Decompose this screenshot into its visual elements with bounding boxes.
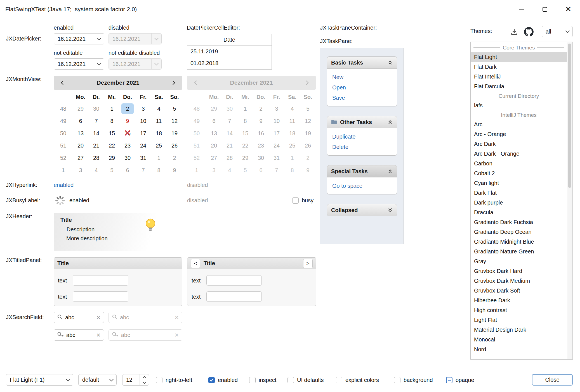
theme-item[interactable]: Flat Dark [471, 62, 567, 72]
theme-item[interactable]: Gruvbox Dark Soft [471, 286, 567, 296]
calendar-day[interactable]: 14 [88, 127, 104, 139]
theme-item[interactable]: Dracula [471, 208, 567, 217]
text-input[interactable] [206, 275, 262, 286]
task-link[interactable]: New [332, 73, 392, 81]
text-input[interactable] [206, 291, 262, 302]
theme-item[interactable]: Flat Darcula [471, 82, 567, 91]
close-window-button[interactable]: ✕ [557, 0, 580, 18]
calendar-day[interactable]: 5 [167, 103, 182, 115]
scrollbar-track[interactable] [567, 42, 572, 359]
text-input[interactable] [73, 275, 128, 286]
calendar-day[interactable]: 9 [167, 164, 182, 176]
busy-checkbox[interactable]: busy [292, 197, 313, 204]
calendar-day[interactable]: 31 [135, 152, 151, 164]
calendar-day[interactable]: 1 [151, 152, 167, 164]
taskpane-header[interactable]: Special Tasks [327, 165, 397, 177]
calendar-day[interactable]: 6 [73, 115, 88, 127]
checkbox-box[interactable] [249, 377, 256, 383]
calendar-day[interactable]: 25 [151, 139, 167, 152]
calendar-day[interactable]: 16✕ [120, 127, 135, 139]
prev-month-button[interactable] [54, 80, 71, 86]
collapse-chevrons-icon[interactable] [387, 168, 393, 174]
calendar-day[interactable]: 17 [135, 127, 151, 139]
theme-item[interactable]: Material Design Dark [471, 325, 567, 335]
theme-item[interactable]: Dark Flat [471, 188, 567, 198]
calendar-day[interactable]: 6 [120, 164, 135, 176]
task-link[interactable]: Duplicate [332, 133, 392, 141]
calendar-day[interactable]: 4 [88, 164, 104, 176]
theme-item[interactable]: Nord [471, 345, 567, 354]
checkbox-box[interactable] [394, 377, 400, 383]
calendar-day[interactable]: 3 [135, 103, 151, 115]
table-row[interactable]: 01.02.2018 [187, 57, 272, 69]
next-month-button[interactable] [165, 80, 182, 86]
search-menu-icon[interactable] [57, 332, 64, 339]
datepicker-not-editable[interactable]: 16.12.2021 [54, 58, 104, 70]
hyperlink-enabled[interactable]: enabled [54, 182, 74, 188]
calendar-day[interactable]: 23 [120, 139, 135, 152]
theme-item[interactable]: Arc [471, 120, 567, 129]
checkbox-box[interactable] [292, 197, 299, 204]
calendar-day[interactable]: 8 [104, 115, 120, 127]
theme-item[interactable]: High contrast [471, 305, 567, 315]
datepicker-dropdown-button[interactable] [94, 59, 104, 69]
datepicker-dropdown-button[interactable] [94, 34, 104, 44]
expand-chevrons-icon[interactable] [387, 207, 393, 213]
minimize-button[interactable] [510, 0, 533, 18]
task-link[interactable]: Go to space [332, 182, 392, 190]
calendar-day[interactable]: 22 [104, 139, 120, 152]
calendar-day[interactable]: 27 [73, 152, 88, 164]
calendar-day[interactable]: 30 [120, 152, 135, 164]
calendar-day[interactable]: 11 [151, 115, 167, 127]
calendar-day[interactable]: 10 [135, 115, 151, 127]
next-button[interactable]: > [303, 259, 313, 268]
calendar-day[interactable]: 4 [151, 103, 167, 115]
prev-button[interactable]: < [191, 259, 200, 268]
checkbox-inspect[interactable]: inspect [249, 376, 276, 384]
calendar-day[interactable]: 30 [88, 103, 104, 115]
checkbox-box[interactable] [336, 377, 342, 383]
theme-item[interactable]: Carbon [471, 159, 567, 168]
table-row[interactable]: 25.11.2019 [187, 46, 272, 57]
calendar-day[interactable]: 15 [104, 127, 120, 139]
theme-item[interactable]: Hiberbee Dark [471, 296, 567, 305]
calendar-day[interactable]: 26 [167, 139, 182, 152]
calendar-day[interactable]: 20 [73, 139, 88, 152]
calendar-day[interactable]: 2 [167, 152, 182, 164]
calendar-day[interactable]: 28 [88, 152, 104, 164]
search-field-with-menu[interactable]: abc ✕ [54, 329, 104, 341]
github-button[interactable] [523, 26, 535, 37]
calendar-day[interactable]: 21 [88, 139, 104, 152]
checkbox-enabled[interactable]: enabled [208, 376, 238, 384]
checkbox-UI-defaults[interactable]: UI defaults [287, 376, 324, 384]
theme-item[interactable]: Gruvbox Dark Hard [471, 266, 567, 276]
theme-item[interactable]: Arc - Orange [471, 129, 567, 139]
calendar-day[interactable]: 9 [120, 115, 135, 127]
scrollbar-thumb[interactable] [568, 44, 571, 188]
calendar-day[interactable]: 2 [120, 103, 135, 115]
maximize-button[interactable] [533, 0, 557, 18]
theme-item[interactable]: Flat IntelliJ [471, 72, 567, 82]
task-link[interactable]: Delete [332, 143, 392, 151]
text-input[interactable] [73, 291, 128, 302]
checkbox-box[interactable] [287, 377, 294, 383]
theme-item[interactable]: lafs [471, 101, 567, 110]
calendar-day[interactable]: 18 [151, 127, 167, 139]
calendar-day[interactable]: 24 [135, 139, 151, 152]
theme-item[interactable]: Gradianto Dark Fuchsia [471, 217, 567, 227]
theme-item[interactable]: Dark purple [471, 198, 567, 208]
theme-item[interactable]: Cyan light [471, 178, 567, 188]
taskpane-header[interactable]: Basic Tasks [327, 56, 397, 69]
calendar-day[interactable]: 13 [73, 127, 88, 139]
theme-item[interactable]: Gruvbox Dark Medium [471, 276, 567, 286]
search-field[interactable]: abc ✕ [54, 312, 104, 323]
theme-item[interactable]: Monocai [471, 335, 567, 345]
theme-item[interactable]: Arc Dark - Orange [471, 149, 567, 159]
download-themes-button[interactable] [509, 27, 520, 37]
checkbox-right-to-left[interactable]: right-to-left [156, 376, 192, 384]
datepicker-enabled[interactable]: 16.12.2021 [54, 33, 104, 44]
checkbox-box[interactable] [446, 377, 452, 383]
checkbox-background[interactable]: background [394, 376, 433, 384]
calendar-day[interactable]: 29 [104, 152, 120, 164]
calendar-day[interactable]: 29 [73, 103, 88, 115]
